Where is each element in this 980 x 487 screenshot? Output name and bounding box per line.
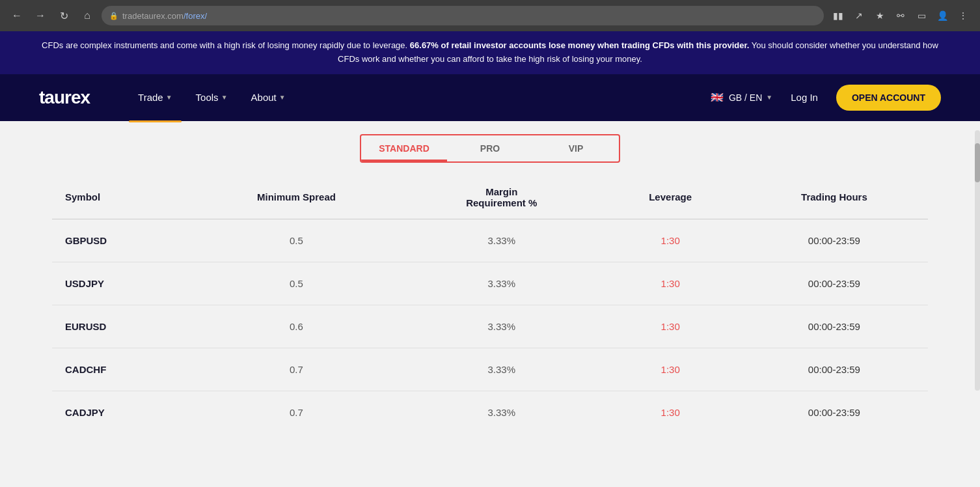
cell-symbol: USDJPY [52,262,190,305]
nav-about-label: About [251,92,277,103]
scrollbar-thumb[interactable] [975,143,980,182]
column-header-symbol: Symbol [52,176,190,219]
chevron-down-icon: ▼ [221,94,228,101]
nav-right: 🇬🇧 GB / EN ▼ Log In OPEN ACCOUNT [709,85,941,111]
risk-text-bold: 66.67% of retail investor accounts lose … [410,40,750,50]
cell-trading-hours: 00:00-23:59 [741,391,928,434]
cell-margin-req: 3.33% [403,219,600,262]
cell-margin-req: 3.33% [403,348,600,391]
nav-item-about[interactable]: About ▼ [242,87,295,108]
extension-button[interactable]: ⚯ [892,7,910,25]
cell-symbol: CADJPY [52,391,190,434]
column-header-margin: MarginRequirement % [403,176,600,219]
cell-leverage: 1:30 [600,262,740,305]
cell-symbol: CADCHF [52,348,190,391]
nav-menu: Trade ▼ Tools ▼ About ▼ [129,87,709,108]
home-button[interactable]: ⌂ [78,7,96,25]
table-row: GBPUSD 0.5 3.33% 1:30 00:00-23:59 [52,219,928,262]
cell-margin-req: 3.33% [403,305,600,348]
cell-leverage: 1:30 [600,219,740,262]
cell-symbol: GBPUSD [52,219,190,262]
browser-chrome: ← → ↻ ⌂ 🔒 tradetaurex.com/forex/ ▮▮ ↗ ★ … [0,0,980,31]
forex-table: Symbol Minimum Spread MarginRequirement … [52,176,928,434]
tab-selector-wrapper: STANDARD PRO VIP [0,121,980,163]
forward-button[interactable]: → [31,7,49,25]
cell-trading-hours: 00:00-23:59 [741,262,928,305]
cell-min-spread: 0.7 [190,391,403,434]
nav-item-trade[interactable]: Trade ▼ [129,87,182,108]
open-account-button[interactable]: OPEN ACCOUNT [836,85,941,111]
locale-label: GB / EN [729,92,762,103]
cell-leverage: 1:30 [600,391,740,434]
tab-pro-label: PRO [480,143,500,154]
cell-symbol: EURUSD [52,305,190,348]
chevron-down-icon: ▼ [279,94,286,101]
column-header-min-spread: Minimum Spread [190,176,403,219]
tab-vip-label: VIP [569,143,584,154]
cell-min-spread: 0.5 [190,262,403,305]
tab-button[interactable]: ▭ [912,7,931,25]
cell-trading-hours: 00:00-23:59 [741,305,928,348]
table-container: Symbol Minimum Spread MarginRequirement … [0,163,980,447]
column-header-leverage: Leverage [600,176,740,219]
cell-trading-hours: 00:00-23:59 [741,219,928,262]
nav-tools-label: Tools [196,92,219,103]
cell-margin-req: 3.33% [403,391,600,434]
chevron-down-icon: ▼ [766,94,772,101]
table-header-row: Symbol Minimum Spread MarginRequirement … [52,176,928,219]
cell-min-spread: 0.7 [190,348,403,391]
menu-button[interactable]: ⋮ [954,7,972,25]
back-button[interactable]: ← [8,7,26,25]
scrollbar[interactable] [975,130,980,391]
address-bar[interactable]: 🔒 tradetaurex.com/forex/ [102,6,824,25]
cell-leverage: 1:30 [600,305,740,348]
cell-min-spread: 0.6 [190,305,403,348]
profile-button[interactable]: 👤 [933,7,951,25]
table-row: CADCHF 0.7 3.33% 1:30 00:00-23:59 [52,348,928,391]
tab-standard-label: STANDARD [379,143,429,154]
flag-icon: 🇬🇧 [709,92,725,103]
cell-leverage: 1:30 [600,348,740,391]
cell-trading-hours: 00:00-23:59 [741,348,928,391]
share-button[interactable]: ↗ [850,7,868,25]
bookmark-button[interactable]: ★ [871,7,889,25]
cast-button[interactable]: ▮▮ [829,7,847,25]
table-row: EURUSD 0.6 3.33% 1:30 00:00-23:59 [52,305,928,348]
chevron-down-icon: ▼ [166,94,172,101]
lock-icon: 🔒 [109,12,118,20]
cell-margin-req: 3.33% [403,262,600,305]
table-row: USDJPY 0.5 3.33% 1:30 00:00-23:59 [52,262,928,305]
reload-button[interactable]: ↻ [55,7,73,25]
address-url: tradetaurex.com/forex/ [122,11,207,21]
table-row: CADJPY 0.7 3.33% 1:30 00:00-23:59 [52,391,928,434]
logo[interactable]: taurex [39,87,90,108]
nav-item-tools[interactable]: Tools ▼ [187,87,237,108]
login-button[interactable]: Log In [783,87,826,108]
locale-selector[interactable]: 🇬🇧 GB / EN ▼ [709,92,772,103]
tab-pro[interactable]: PRO [447,135,533,161]
tab-selector: STANDARD PRO VIP [360,134,620,163]
cell-min-spread: 0.5 [190,219,403,262]
main-content: STANDARD PRO VIP Symbol Minimum Spread M… [0,121,980,487]
tab-standard[interactable]: STANDARD [361,135,447,161]
risk-banner: CFDs are complex instruments and come wi… [0,31,980,74]
browser-actions: ▮▮ ↗ ★ ⚯ ▭ 👤 ⋮ [829,7,972,25]
column-header-trading-hours: Trading Hours [741,176,928,219]
risk-text-normal: CFDs are complex instruments and come wi… [42,40,410,50]
tab-vip[interactable]: VIP [533,135,619,161]
navigation-bar: taurex Trade ▼ Tools ▼ About ▼ 🇬🇧 GB / E… [0,74,980,121]
nav-trade-label: Trade [138,92,163,103]
